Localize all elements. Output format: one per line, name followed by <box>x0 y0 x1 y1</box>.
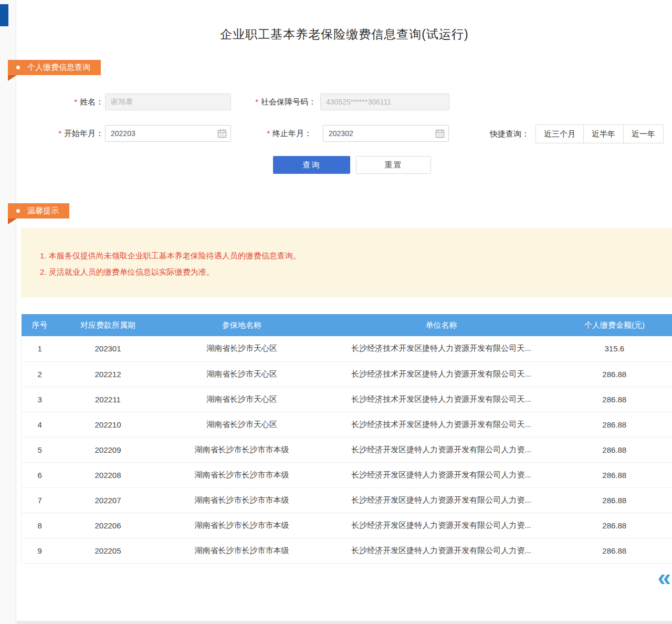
reset-button[interactable]: 重置 <box>356 156 431 174</box>
table-cell: 286.88 <box>557 437 672 462</box>
table-body: 1202301湖南省长沙市天心区长沙经济技术开发区捷特人力资源开发有限公司天..… <box>22 336 672 563</box>
table-cell: 湖南省长沙市长沙市市本级 <box>158 462 326 487</box>
required-asterisk: * <box>74 97 77 106</box>
quick-query-group: 近三个月 近半年 近一年 <box>536 124 664 143</box>
table-cell: 5 <box>22 437 58 462</box>
table-cell: 202212 <box>58 361 158 387</box>
table-cell: 8 <box>22 513 58 538</box>
name-input[interactable] <box>105 93 231 110</box>
table-cell: 202210 <box>58 412 158 437</box>
table-cell: 湖南省长沙市天心区 <box>158 336 326 361</box>
table-cell: 4 <box>22 412 58 437</box>
table-cell: 286.88 <box>557 487 672 513</box>
notice-line: 1. 本服务仅提供尚未领取企业职工基本养老保险待遇人员的缴费信息查询。 <box>40 249 662 262</box>
table-cell: 286.88 <box>557 387 672 412</box>
table-cell: 长沙经济技术开发区捷特人力资源开发有限公司天... <box>326 336 557 361</box>
section-badge-tips-label: 温馨提示 <box>27 206 59 216</box>
section-badge-query: 个人缴费信息查询 <box>8 60 101 75</box>
table-cell: 长沙经济开发区捷特人力资源开发有限公司人力资... <box>326 462 557 487</box>
quick-btn-oneyear[interactable]: 近一年 <box>623 124 664 143</box>
start-date-input[interactable] <box>105 125 231 142</box>
table-cell: 202211 <box>58 387 158 412</box>
table-cell: 长沙经济技术开发区捷特人力资源开发有限公司天... <box>326 387 557 412</box>
end-date-input[interactable] <box>323 125 449 142</box>
quick-btn-3months[interactable]: 近三个月 <box>536 124 584 143</box>
table-cell: 286.88 <box>557 513 672 538</box>
required-asterisk: * <box>267 129 270 138</box>
end-date-field <box>323 125 449 142</box>
table-row: 2202212湖南省长沙市天心区长沙经济技术开发区捷特人力资源开发有限公司天..… <box>22 361 672 387</box>
bullet-icon <box>16 209 20 213</box>
start-date-field <box>105 125 231 142</box>
table-cell: 长沙经济开发区捷特人力资源开发有限公司人力资... <box>326 513 557 538</box>
quick-btn-halfyear[interactable]: 近半年 <box>583 124 624 143</box>
table-cell: 湖南省长沙市长沙市市本级 <box>158 513 326 538</box>
table-cell: 9 <box>22 538 58 563</box>
notice-line: 2. 灵活就业人员的缴费单位信息以实际缴费为准。 <box>40 265 662 278</box>
sidebar-blue-block <box>0 4 8 26</box>
table-cell: 湖南省长沙市长沙市市本级 <box>158 437 326 462</box>
calendar-icon[interactable] <box>435 129 445 138</box>
table-cell: 202206 <box>58 513 158 538</box>
table-header-row: 序号 对应费款所属期 参保地名称 单位名称 个人缴费金额(元) <box>22 314 672 336</box>
page: { "colors": { "accent_orange": "#f0823c"… <box>0 0 672 624</box>
notice-box: 1. 本服务仅提供尚未领取企业职工基本养老保险待遇人员的缴费信息查询。 2. 灵… <box>21 228 672 297</box>
section-badge-query-label: 个人缴费信息查询 <box>27 63 90 72</box>
table-cell: 202209 <box>58 437 158 462</box>
table-cell: 2 <box>22 361 58 387</box>
ssn-label: *社会保障号码： <box>232 93 316 110</box>
results-table-wrap: 序号 对应费款所属期 参保地名称 单位名称 个人缴费金额(元) 1202301湖… <box>21 314 672 564</box>
table-cell: 202205 <box>58 538 158 563</box>
table-row: 4202210湖南省长沙市天心区长沙经济技术开发区捷特人力资源开发有限公司天..… <box>22 412 672 437</box>
table-cell: 6 <box>22 462 58 487</box>
table-cell: 202207 <box>58 487 158 513</box>
table-cell: 286.88 <box>557 412 672 437</box>
table-row: 9202205湖南省长沙市长沙市市本级长沙经济开发区捷特人力资源开发有限公司人力… <box>22 538 672 563</box>
page-title: 企业职工基本养老保险缴费信息查询(试运行) <box>17 26 672 43</box>
table-cell: 286.88 <box>557 462 672 487</box>
table-cell: 长沙经济开发区捷特人力资源开发有限公司人力资... <box>326 487 557 513</box>
name-label: *姓名： <box>38 93 103 110</box>
calendar-icon[interactable] <box>217 129 227 138</box>
col-header-region: 参保地名称 <box>158 314 326 336</box>
table-cell: 长沙经济技术开发区捷特人力资源开发有限公司天... <box>326 361 557 387</box>
table-cell: 286.88 <box>557 538 672 563</box>
table-row: 3202211湖南省长沙市天心区长沙经济技术开发区捷特人力资源开发有限公司天..… <box>22 387 672 412</box>
start-date-label: *开始年月： <box>32 125 103 142</box>
quick-query-label: 快捷查询： <box>466 124 529 143</box>
table-cell: 1 <box>22 336 58 361</box>
ssn-input[interactable] <box>320 93 449 110</box>
results-table: 序号 对应费款所属期 参保地名称 单位名称 个人缴费金额(元) 1202301湖… <box>21 314 672 564</box>
end-date-label: *终止年月： <box>240 125 312 142</box>
col-header-index: 序号 <box>22 314 58 336</box>
table-cell: 3 <box>22 387 58 412</box>
footer-strip <box>17 621 672 624</box>
table-cell: 湖南省长沙市长沙市市本级 <box>158 487 326 513</box>
table-cell: 286.88 <box>557 361 672 387</box>
table-cell: 湖南省长沙市天心区 <box>158 412 326 437</box>
table-cell: 湖南省长沙市天心区 <box>158 387 326 412</box>
required-asterisk: * <box>58 129 61 138</box>
table-cell: 202301 <box>58 336 158 361</box>
col-header-company: 单位名称 <box>326 314 557 336</box>
collapse-chevron-icon[interactable]: « <box>657 565 671 589</box>
table-cell: 长沙经济技术开发区捷特人力资源开发有限公司天... <box>326 412 557 437</box>
left-rail <box>0 0 16 624</box>
col-header-amount: 个人缴费金额(元) <box>557 314 672 336</box>
table-cell: 315.6 <box>557 336 672 361</box>
required-asterisk: * <box>255 97 258 106</box>
table-cell: 长沙经济开发区捷特人力资源开发有限公司人力资... <box>326 538 557 563</box>
table-cell: 湖南省长沙市天心区 <box>158 361 326 387</box>
table-row: 8202206湖南省长沙市长沙市市本级长沙经济开发区捷特人力资源开发有限公司人力… <box>22 513 672 538</box>
table-row: 5202209湖南省长沙市长沙市市本级长沙经济开发区捷特人力资源开发有限公司人力… <box>22 437 672 462</box>
table-cell: 长沙经济开发区捷特人力资源开发有限公司人力资... <box>326 437 557 462</box>
table-row: 7202207湖南省长沙市长沙市市本级长沙经济开发区捷特人力资源开发有限公司人力… <box>22 487 672 513</box>
table-cell: 202208 <box>58 462 158 487</box>
table-cell: 湖南省长沙市长沙市市本级 <box>158 538 326 563</box>
table-cell: 7 <box>22 487 58 513</box>
col-header-period: 对应费款所属期 <box>58 314 158 336</box>
bullet-icon <box>16 66 20 69</box>
section-badge-tips: 温馨提示 <box>8 203 69 219</box>
main-panel: 企业职工基本养老保险缴费信息查询(试运行) 个人缴费信息查询 *姓名： *社会保… <box>17 0 672 624</box>
query-button[interactable]: 查询 <box>273 156 350 174</box>
